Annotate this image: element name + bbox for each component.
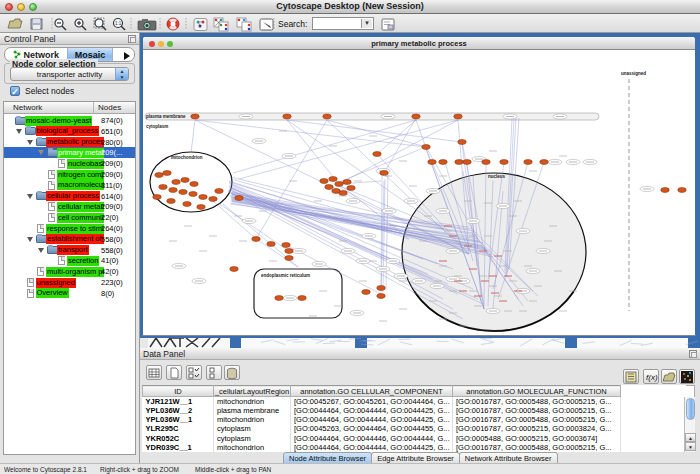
svg-text:plasma membrane: plasma membrane	[146, 114, 186, 119]
svg-text:cytoplasm: cytoplasm	[146, 124, 168, 129]
svg-text:nucleus: nucleus	[488, 174, 506, 179]
svg-text:1:1: 1:1	[115, 21, 122, 26]
svg-text:f(x): f(x)	[646, 373, 658, 382]
svg-text:mitochondrion: mitochondrion	[171, 155, 203, 160]
svg-text:unassigned: unassigned	[621, 71, 646, 76]
svg-text:endoplasmic reticulum: endoplasmic reticulum	[261, 273, 310, 278]
